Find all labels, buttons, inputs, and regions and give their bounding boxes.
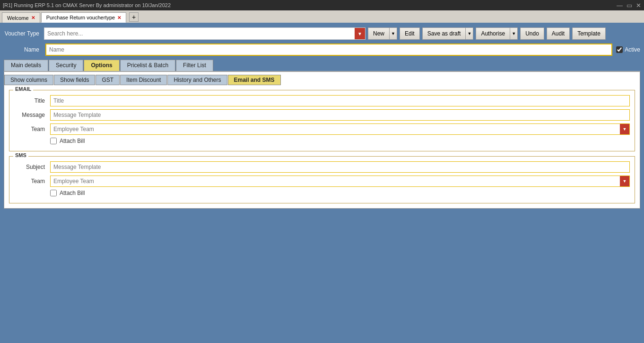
- template-button[interactable]: Template: [572, 27, 606, 40]
- toolbar: Voucher Type ▼ New ▼ Edit Save as draft …: [4, 27, 640, 40]
- email-title-input[interactable]: [50, 95, 630, 106]
- sub-tab-history-others[interactable]: History and Others: [167, 75, 227, 85]
- name-label: Name: [4, 46, 42, 53]
- sub-tab-show-columns[interactable]: Show columns: [4, 75, 53, 85]
- main-content: Voucher Type ▼ New ▼ Edit Save as draft …: [0, 24, 644, 212]
- sms-legend: SMS: [13, 152, 28, 158]
- tab-welcome-label: Welcome: [7, 15, 29, 21]
- sms-attach-bill-label: Attach Bill: [60, 190, 85, 196]
- nav-tabs: Main details Security Options Pricelist …: [4, 60, 640, 71]
- sms-subject-row: Subject: [14, 161, 630, 173]
- email-attach-bill-checkbox[interactable]: [50, 138, 57, 144]
- email-message-input[interactable]: [50, 109, 630, 121]
- audit-button[interactable]: Audit: [547, 27, 570, 40]
- email-legend: EMAIL: [13, 86, 33, 92]
- save-as-draft-button[interactable]: Save as draft: [422, 27, 466, 40]
- tab-purchase-return-close[interactable]: ✕: [117, 15, 121, 20]
- window-controls: — ▭ ✕: [617, 2, 641, 9]
- sms-subject-input[interactable]: [50, 161, 630, 173]
- email-attach-bill-label: Attach Bill: [60, 138, 85, 144]
- voucher-type-dropdown-arrow[interactable]: ▼: [355, 28, 365, 39]
- tab-purchase-return[interactable]: Purchase Return vouchertype ✕: [41, 12, 127, 23]
- sms-attach-bill-row: Attach Bill: [50, 190, 630, 196]
- sms-section: SMS Subject Team ▼ Attach Bill: [9, 156, 635, 203]
- tab-add-button[interactable]: +: [129, 12, 139, 22]
- tab-main-details[interactable]: Main details: [4, 60, 48, 71]
- tab-security[interactable]: Security: [49, 60, 83, 71]
- authorise-button[interactable]: Authorise: [476, 27, 510, 40]
- voucher-type-label: Voucher Type: [4, 30, 42, 37]
- tab-pricelist-batch[interactable]: Pricelist & Batch: [120, 60, 175, 71]
- authorise-dropdown-arrow[interactable]: ▼: [510, 27, 518, 40]
- minimize-icon[interactable]: —: [617, 2, 623, 9]
- tab-options[interactable]: Options: [84, 60, 119, 71]
- title-bar: [R1] Running ERP 5.1 on CMAX Server By a…: [0, 0, 644, 10]
- title-text: [R1] Running ERP 5.1 on CMAX Server By a…: [3, 2, 171, 8]
- name-row: Name Active: [4, 44, 640, 56]
- undo-button[interactable]: Undo: [520, 27, 544, 40]
- email-message-row: Message: [14, 109, 630, 121]
- active-label: Active: [625, 46, 640, 53]
- tab-bar: Welcome ✕ Purchase Return vouchertype ✕ …: [0, 10, 644, 24]
- new-dropdown-arrow[interactable]: ▼: [390, 27, 397, 40]
- sub-tab-gst[interactable]: GST: [96, 75, 120, 85]
- save-as-draft-dropdown-arrow[interactable]: ▼: [466, 27, 473, 40]
- sms-team-label: Team: [14, 178, 47, 185]
- active-checkbox-wrap: Active: [616, 46, 640, 53]
- sub-tabs: Show columns Show fields GST Item Discou…: [4, 72, 640, 85]
- sms-team-input[interactable]: [51, 178, 620, 185]
- email-team-row: Team ▼: [14, 123, 630, 135]
- voucher-type-input[interactable]: [44, 28, 355, 39]
- tab-purchase-return-label: Purchase Return vouchertype: [46, 15, 115, 20]
- sub-tab-show-fields[interactable]: Show fields: [54, 75, 95, 85]
- sms-attach-bill-checkbox[interactable]: [50, 190, 57, 196]
- close-icon[interactable]: ✕: [636, 2, 641, 9]
- name-input[interactable]: [45, 44, 612, 56]
- email-message-label: Message: [14, 112, 47, 118]
- tab-filter-list[interactable]: Filter List: [176, 60, 213, 71]
- active-checkbox[interactable]: [616, 46, 623, 53]
- sms-subject-label: Subject: [14, 164, 47, 170]
- sms-team-select[interactable]: ▼: [50, 176, 630, 187]
- email-title-row: Title: [14, 95, 630, 106]
- email-section: EMAIL Title Message Team ▼ Attach Bill: [9, 90, 635, 151]
- new-button[interactable]: New: [368, 27, 390, 40]
- sms-team-dropdown-arrow[interactable]: ▼: [620, 176, 629, 186]
- tab-welcome[interactable]: Welcome ✕: [2, 12, 40, 23]
- sub-tab-email-sms[interactable]: Email and SMS: [228, 75, 281, 85]
- tab-welcome-close[interactable]: ✕: [31, 15, 35, 20]
- email-team-select[interactable]: ▼: [50, 123, 630, 135]
- sms-team-row: Team ▼: [14, 176, 630, 187]
- email-team-input[interactable]: [51, 126, 620, 132]
- email-team-dropdown-arrow[interactable]: ▼: [620, 124, 629, 134]
- edit-button[interactable]: Edit: [400, 27, 420, 40]
- email-title-label: Title: [14, 97, 47, 104]
- form-panel: Show columns Show fields GST Item Discou…: [4, 71, 640, 209]
- voucher-type-search[interactable]: ▼: [44, 27, 366, 40]
- sub-tab-item-discount[interactable]: Item Discount: [120, 75, 167, 85]
- maximize-icon[interactable]: ▭: [627, 2, 632, 9]
- email-attach-bill-row: Attach Bill: [50, 138, 630, 144]
- email-team-label: Team: [14, 126, 47, 132]
